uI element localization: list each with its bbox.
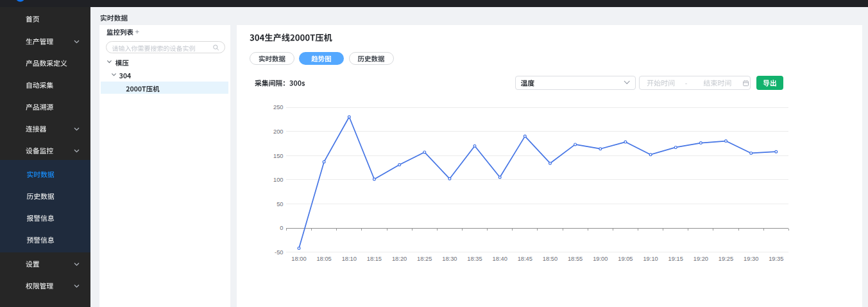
svg-text:18:25: 18:25 bbox=[417, 256, 432, 262]
svg-text:18:10: 18:10 bbox=[342, 256, 357, 262]
svg-text:19:35: 19:35 bbox=[769, 256, 783, 262]
svg-text:18:00: 18:00 bbox=[291, 256, 306, 262]
svg-text:19:15: 19:15 bbox=[668, 256, 683, 262]
svg-text:19:30: 19:30 bbox=[744, 256, 758, 262]
svg-text:200: 200 bbox=[273, 128, 284, 135]
svg-text:18:15: 18:15 bbox=[367, 256, 382, 262]
svg-text:19:05: 19:05 bbox=[618, 256, 633, 262]
svg-text:18:20: 18:20 bbox=[392, 256, 407, 262]
svg-text:150: 150 bbox=[273, 153, 284, 159]
svg-text:18:50: 18:50 bbox=[543, 256, 557, 262]
svg-text:19:20: 19:20 bbox=[694, 256, 708, 262]
svg-text:18:35: 18:35 bbox=[467, 256, 482, 262]
svg-text:18:40: 18:40 bbox=[493, 256, 507, 262]
svg-text:18:05: 18:05 bbox=[316, 256, 331, 262]
svg-text:0: 0 bbox=[280, 225, 283, 231]
svg-text:19:00: 19:00 bbox=[593, 256, 608, 262]
svg-text:250: 250 bbox=[273, 104, 284, 110]
svg-text:50: 50 bbox=[277, 201, 283, 207]
svg-text:19:25: 19:25 bbox=[719, 256, 733, 262]
svg-text:19:10: 19:10 bbox=[643, 256, 658, 262]
svg-text:18:30: 18:30 bbox=[442, 256, 457, 262]
svg-text:18:55: 18:55 bbox=[568, 256, 583, 262]
svg-text:-50: -50 bbox=[275, 249, 283, 256]
svg-text:18:45: 18:45 bbox=[518, 256, 532, 262]
svg-text:100: 100 bbox=[273, 177, 284, 183]
